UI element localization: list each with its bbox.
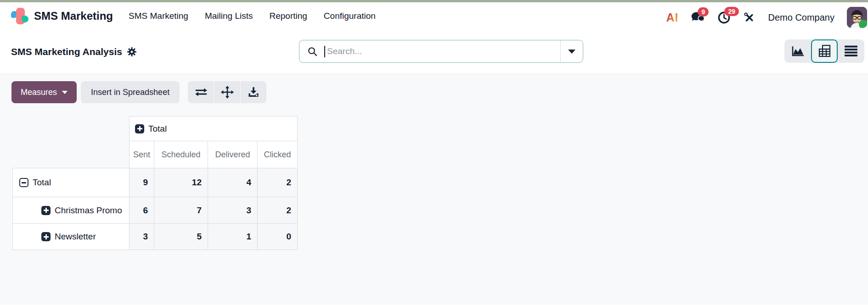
pivot-corner-cell xyxy=(13,116,130,141)
activities-button[interactable]: 29 xyxy=(717,11,731,24)
pivot-table-icon xyxy=(817,44,832,58)
gear-icon[interactable] xyxy=(127,47,136,56)
row-label: Christmas Promo xyxy=(55,205,122,216)
search-dropdown-toggle[interactable] xyxy=(560,40,583,62)
row-label: Newsletter xyxy=(55,232,96,242)
expand-all-button[interactable] xyxy=(214,81,240,103)
measures-label: Measures xyxy=(21,88,57,97)
table-row: Christmas Promo 6 7 3 2 xyxy=(13,197,298,224)
view-button-pivot[interactable] xyxy=(811,39,838,63)
tools-button[interactable] xyxy=(743,11,755,24)
cell-newsletter-sent: 3 xyxy=(130,224,154,250)
pivot-toolbar: Measures Insert in Spreadsheet xyxy=(11,81,868,103)
cell-total-clicked: 2 xyxy=(258,168,298,197)
insert-in-spreadsheet-button[interactable]: Insert in Spreadsheet xyxy=(81,81,180,103)
expand-row-icon[interactable] xyxy=(41,206,51,215)
pivot-view: Measures Insert in Spreadsheet xyxy=(0,74,868,305)
cell-total-sent: 9 xyxy=(130,168,154,197)
row-header-christmas-promo[interactable]: Christmas Promo xyxy=(13,197,130,224)
main-navbar: SMS Marketing SMS Marketing Mailing List… xyxy=(0,2,868,30)
column-group-label: Total xyxy=(148,124,167,134)
expand-row-icon[interactable] xyxy=(41,232,51,241)
cell-newsletter-delivered: 1 xyxy=(208,224,258,250)
user-avatar[interactable] xyxy=(847,7,867,28)
swap-arrows-icon xyxy=(194,87,208,97)
download-xlsx-button[interactable] xyxy=(240,81,266,103)
wrench-screwdriver-icon xyxy=(743,11,755,24)
app-name[interactable]: SMS Marketing xyxy=(34,10,113,22)
measure-header-sent[interactable]: Sent xyxy=(130,141,154,168)
expand-column-icon[interactable] xyxy=(135,124,144,133)
company-switcher[interactable]: Demo Company xyxy=(768,12,834,23)
search-input[interactable] xyxy=(325,46,560,56)
cell-christmas-sent: 6 xyxy=(130,197,154,224)
list-icon xyxy=(844,45,858,57)
download-icon xyxy=(248,86,259,98)
measure-header-scheduled[interactable]: Scheduled xyxy=(154,141,208,168)
measure-header-delivered[interactable]: Delivered xyxy=(208,141,258,168)
search-bar xyxy=(299,40,583,63)
cell-christmas-delivered: 3 xyxy=(208,197,258,224)
view-switcher xyxy=(784,39,864,63)
cell-total-scheduled: 12 xyxy=(154,168,208,197)
pivot-table: Total Sent Scheduled Delivered Clicked T… xyxy=(12,116,298,250)
table-row: Newsletter 3 5 1 0 xyxy=(13,224,298,250)
search-icon xyxy=(307,46,318,57)
row-header-total[interactable]: Total xyxy=(13,168,130,197)
chevron-down-icon xyxy=(62,91,68,94)
online-status-dot xyxy=(859,20,867,28)
control-panel: SMS Marketing Analysis xyxy=(0,30,868,74)
cell-newsletter-clicked: 0 xyxy=(258,224,298,250)
messages-button[interactable]: 9 xyxy=(691,11,705,24)
table-row: Total 9 12 4 2 xyxy=(13,168,298,197)
messages-badge: 9 xyxy=(698,7,709,17)
chevron-down-icon xyxy=(568,50,575,54)
nav-item-configuration[interactable]: Configuration xyxy=(324,11,376,21)
area-chart-icon xyxy=(791,45,805,57)
nav-item-mailing-lists[interactable]: Mailing Lists xyxy=(205,11,253,21)
nav-item-sms-marketing[interactable]: SMS Marketing xyxy=(129,11,188,21)
measures-button[interactable]: Measures xyxy=(11,81,77,103)
measure-header-clicked[interactable]: Clicked xyxy=(258,141,298,168)
cell-newsletter-scheduled: 5 xyxy=(154,224,208,250)
app-logo-icon[interactable] xyxy=(11,7,28,25)
nav-item-reporting[interactable]: Reporting xyxy=(269,11,307,21)
cell-christmas-clicked: 2 xyxy=(258,197,298,224)
flip-axis-button[interactable] xyxy=(188,81,214,103)
nav-menu-bar: SMS Marketing Mailing Lists Reporting Co… xyxy=(129,11,376,21)
row-label: Total xyxy=(33,177,51,188)
pivot-column-group-total[interactable]: Total xyxy=(130,116,298,141)
cell-christmas-scheduled: 7 xyxy=(154,197,208,224)
row-header-newsletter[interactable]: Newsletter xyxy=(13,224,130,250)
cell-total-delivered: 4 xyxy=(208,168,258,197)
activities-badge: 29 xyxy=(724,7,739,17)
pivot-action-group xyxy=(188,81,266,103)
move-arrows-icon xyxy=(221,86,234,99)
view-button-list[interactable] xyxy=(838,39,864,63)
view-button-graph[interactable] xyxy=(784,39,811,63)
ai-assistant-icon[interactable]: AI xyxy=(666,11,678,24)
page-title: SMS Marketing Analysis xyxy=(11,46,122,57)
collapse-row-icon[interactable] xyxy=(19,178,28,187)
